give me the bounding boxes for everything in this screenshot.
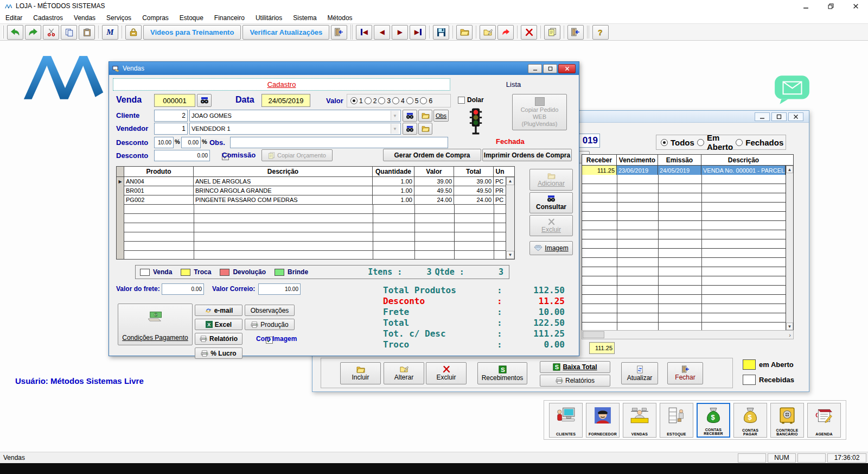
venda-search-button[interactable]: [197, 94, 212, 107]
shortcut-fornecedor[interactable]: FORNECEDOR: [586, 403, 620, 438]
email-button[interactable]: e-mail: [195, 305, 242, 316]
cliente-search-button[interactable]: [403, 110, 417, 122]
radio-em-aberto[interactable]: [697, 139, 704, 146]
shortcut-contas-receber[interactable]: CONTASRECEBER: [697, 403, 730, 438]
vendedor-code-field[interactable]: 1: [154, 123, 188, 135]
data-field[interactable]: 24/05/2019: [261, 94, 310, 107]
cancel-button[interactable]: [497, 25, 514, 40]
dolar-checkbox[interactable]: [458, 97, 465, 104]
incluir-button[interactable]: Incluir: [340, 362, 381, 384]
copiar-orcamento-button[interactable]: Copiar Orçamento: [261, 149, 333, 161]
desconto-pct2-field[interactable]: 0.00: [181, 137, 201, 148]
menu-financeiro[interactable]: Financeiro: [209, 12, 250, 23]
vendas-maximize-button[interactable]: [543, 64, 557, 73]
col-produto[interactable]: Produto: [124, 167, 194, 176]
restore-button[interactable]: [818, 0, 843, 12]
valor-radio-5[interactable]: [406, 97, 413, 104]
shortcut-controle-bancario[interactable]: CONTROLEBANCÁRIO: [770, 403, 804, 438]
menu-servicos[interactable]: Serviços: [101, 12, 137, 23]
caixa-button[interactable]: [125, 25, 142, 40]
vendedor-search-button[interactable]: [403, 123, 417, 135]
vendedor-combo[interactable]: VENDEDOR 1 ▼: [189, 123, 401, 135]
receber-maximize-button[interactable]: [771, 112, 787, 121]
lucro-button[interactable]: % Lucro: [195, 347, 242, 359]
undo-button[interactable]: [7, 25, 23, 40]
relatorio-button[interactable]: Relatório: [195, 333, 242, 345]
minimize-button[interactable]: [793, 0, 818, 12]
relatorios-button[interactable]: Relatórios: [540, 375, 610, 387]
valor-radio-6[interactable]: [420, 97, 427, 104]
cliente-open-button[interactable]: [418, 110, 432, 122]
chevron-down-icon[interactable]: ▼: [391, 111, 399, 121]
desconto-valor-field[interactable]: 0.00: [154, 150, 210, 161]
parcela-row[interactable]: 111.25 23/06/2019 24/05/2019 VENDA No. 0…: [582, 166, 786, 175]
cliente-combo[interactable]: JOAO GOMES ▼: [189, 110, 401, 122]
shortcut-estoque[interactable]: ESTOQUE: [660, 403, 693, 438]
correio-field[interactable]: 10.00: [258, 283, 301, 295]
vendas-minimize-button[interactable]: [528, 64, 542, 73]
close-button[interactable]: [843, 0, 868, 12]
sair-button[interactable]: [331, 25, 347, 40]
itens-vscrollbar[interactable]: ▲ ▼: [506, 177, 514, 259]
delete-button[interactable]: [521, 25, 537, 40]
recebimentos-button[interactable]: Recebimentos: [477, 362, 527, 384]
producao-button[interactable]: Produção: [245, 319, 295, 330]
open-button[interactable]: [456, 25, 473, 40]
cliente-code-field[interactable]: 2: [154, 110, 188, 122]
exit-door-button[interactable]: [567, 25, 584, 40]
valor-radio-1[interactable]: [350, 97, 358, 104]
desconto-pct1-field[interactable]: 10.00: [154, 137, 174, 148]
col-total[interactable]: Total: [454, 167, 494, 176]
menu-estoque[interactable]: Estoque: [174, 12, 209, 23]
col-un[interactable]: Un: [494, 167, 506, 176]
save-button[interactable]: [433, 25, 449, 40]
shortcut-clientes[interactable]: CLIENTES: [549, 403, 583, 438]
col-valor[interactable]: Valor: [414, 167, 454, 176]
vendas-close-button[interactable]: [558, 64, 576, 73]
adicionar-item-button[interactable]: Adicionar: [529, 169, 573, 191]
nav-first-button[interactable]: ◀: [356, 25, 372, 40]
menu-vendas[interactable]: Vendas: [68, 12, 101, 23]
col-descricao[interactable]: Descrição: [194, 167, 373, 176]
atualizar-button[interactable]: Atualizar: [621, 362, 658, 384]
excluir-button[interactable]: Excluir: [426, 362, 467, 384]
col-emissao[interactable]: Emissão: [658, 155, 701, 165]
condicoes-pagamento-button[interactable]: Condições Pagamento: [118, 304, 193, 345]
nav-last-button[interactable]: ▶: [410, 25, 426, 40]
chevron-down-icon[interactable]: ▼: [391, 124, 399, 134]
verificar-atualizacoes-button[interactable]: Verificar Atualizações: [242, 25, 329, 40]
menu-compras[interactable]: Compras: [137, 12, 174, 23]
menu-utilitarios[interactable]: Utilitários: [250, 12, 288, 23]
gerar-ordem-button[interactable]: Gerar Ordem de Compra: [383, 149, 481, 161]
menu-editar[interactable]: Editar: [0, 12, 28, 23]
item-row[interactable]: AN004 ANEL DE ARGOLAS 1.00 39.00 39.00 P…: [124, 177, 506, 186]
edit-record-button[interactable]: [480, 25, 496, 40]
fechar-button[interactable]: Fechar: [667, 362, 703, 384]
shortcut-vendas[interactable]: VENDAS: [623, 403, 656, 438]
imagem-button[interactable]: Imagem: [529, 241, 573, 255]
valor-radio-4[interactable]: [392, 97, 399, 104]
shortcut-agenda[interactable]: AGENDA: [807, 403, 841, 438]
vendedor-open-button[interactable]: [418, 123, 432, 135]
videos-treinamento-button[interactable]: Videos para Treinamento: [143, 25, 241, 40]
item-row[interactable]: PG002 PINGENTE PASSARO COM PEDRAS 1.00 2…: [124, 195, 506, 205]
radio-todos[interactable]: [661, 139, 668, 146]
parcelas-hscrollbar[interactable]: ›: [582, 330, 794, 339]
col-vencimento[interactable]: Vencimento: [617, 155, 658, 165]
paste-button[interactable]: [79, 25, 95, 40]
metodos-button[interactable]: M: [102, 25, 118, 40]
radio-fechados[interactable]: [736, 139, 743, 146]
alterar-button[interactable]: Alterar: [384, 362, 424, 384]
item-row[interactable]: BR001 BRINCO ARGOLA GRANDE 1.00 49.50 49…: [124, 186, 506, 195]
observacoes-button[interactable]: Observações: [245, 305, 295, 316]
nav-next-button[interactable]: ▶: [392, 25, 408, 40]
tab-cadastro[interactable]: Cadastro: [113, 78, 450, 91]
obs-field[interactable]: [230, 137, 448, 148]
consultar-item-button[interactable]: Consultar: [529, 192, 573, 213]
mail-bubble-icon[interactable]: [773, 74, 812, 105]
help-button[interactable]: [592, 25, 609, 40]
vendas-titlebar[interactable]: Vendas: [109, 62, 579, 75]
receber-close-button[interactable]: [788, 112, 803, 121]
menu-cadastros[interactable]: Cadastros: [28, 12, 68, 23]
copiar-pedido-web-button[interactable]: Copiar PedidoWEB(PlugVendas): [512, 94, 567, 130]
